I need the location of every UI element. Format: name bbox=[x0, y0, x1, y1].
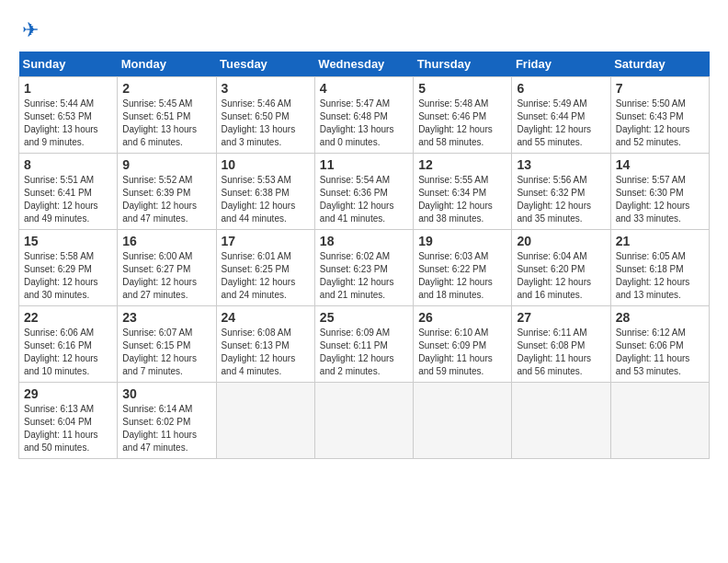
day-info: Sunrise: 6:11 AMSunset: 6:08 PMDaylight:… bbox=[517, 327, 605, 378]
calendar-cell: 2Sunrise: 5:45 AMSunset: 6:51 PMDaylight… bbox=[118, 77, 216, 154]
day-number: 18 bbox=[320, 234, 408, 248]
calendar-cell: 19Sunrise: 6:03 AMSunset: 6:22 PMDayligh… bbox=[414, 230, 512, 306]
day-info: Sunrise: 5:55 AMSunset: 6:34 PMDaylight:… bbox=[418, 174, 506, 225]
day-info: Sunrise: 5:51 AMSunset: 6:41 PMDaylight:… bbox=[24, 174, 112, 225]
day-number: 5 bbox=[418, 81, 506, 96]
day-info: Sunrise: 5:58 AMSunset: 6:29 PMDaylight:… bbox=[24, 250, 112, 302]
calendar-cell: 21Sunrise: 6:05 AMSunset: 6:18 PMDayligh… bbox=[610, 230, 709, 306]
day-info: Sunrise: 6:04 AMSunset: 6:20 PMDaylight:… bbox=[517, 250, 605, 302]
day-number: 23 bbox=[122, 310, 210, 325]
header-tuesday: Tuesday bbox=[216, 52, 314, 77]
day-number: 21 bbox=[616, 234, 704, 248]
calendar-cell: 23Sunrise: 6:07 AMSunset: 6:15 PMDayligh… bbox=[118, 306, 216, 383]
day-number: 2 bbox=[122, 81, 210, 96]
day-number: 4 bbox=[320, 81, 408, 96]
calendar-cell bbox=[512, 383, 610, 459]
day-info: Sunrise: 6:05 AMSunset: 6:18 PMDaylight:… bbox=[616, 250, 704, 302]
logo: ✈ bbox=[18, 18, 39, 42]
day-number: 30 bbox=[122, 386, 210, 401]
day-number: 12 bbox=[418, 157, 506, 172]
calendar-cell: 18Sunrise: 6:02 AMSunset: 6:23 PMDayligh… bbox=[314, 230, 413, 306]
calendar-cell: 17Sunrise: 6:01 AMSunset: 6:25 PMDayligh… bbox=[216, 230, 314, 306]
day-number: 28 bbox=[616, 310, 704, 325]
day-number: 29 bbox=[24, 386, 112, 401]
day-number: 19 bbox=[418, 234, 506, 248]
day-number: 27 bbox=[517, 310, 605, 325]
calendar-cell: 11Sunrise: 5:54 AMSunset: 6:36 PMDayligh… bbox=[314, 154, 413, 230]
calendar-cell bbox=[414, 383, 512, 459]
day-info: Sunrise: 6:12 AMSunset: 6:06 PMDaylight:… bbox=[616, 327, 704, 378]
day-number: 8 bbox=[24, 157, 112, 172]
calendar-cell: 6Sunrise: 5:49 AMSunset: 6:44 PMDaylight… bbox=[512, 77, 610, 154]
calendar-cell: 25Sunrise: 6:09 AMSunset: 6:11 PMDayligh… bbox=[314, 306, 413, 383]
header-saturday: Saturday bbox=[610, 52, 709, 77]
calendar-cell: 3Sunrise: 5:46 AMSunset: 6:50 PMDaylight… bbox=[216, 77, 314, 154]
day-number: 6 bbox=[517, 81, 605, 96]
header-wednesday: Wednesday bbox=[314, 52, 413, 77]
day-info: Sunrise: 5:50 AMSunset: 6:43 PMDaylight:… bbox=[616, 98, 704, 149]
day-info: Sunrise: 5:56 AMSunset: 6:32 PMDaylight:… bbox=[517, 174, 605, 225]
day-info: Sunrise: 5:49 AMSunset: 6:44 PMDaylight:… bbox=[517, 98, 605, 149]
day-info: Sunrise: 6:09 AMSunset: 6:11 PMDaylight:… bbox=[320, 327, 408, 378]
day-info: Sunrise: 5:47 AMSunset: 6:48 PMDaylight:… bbox=[320, 98, 408, 149]
calendar-cell: 1Sunrise: 5:44 AMSunset: 6:53 PMDaylight… bbox=[19, 77, 118, 154]
day-number: 7 bbox=[616, 81, 704, 96]
day-info: Sunrise: 5:45 AMSunset: 6:51 PMDaylight:… bbox=[122, 98, 210, 149]
weekday-header-row: Sunday Monday Tuesday Wednesday Thursday… bbox=[19, 52, 710, 77]
calendar-cell: 27Sunrise: 6:11 AMSunset: 6:08 PMDayligh… bbox=[512, 306, 610, 383]
calendar-cell: 4Sunrise: 5:47 AMSunset: 6:48 PMDaylight… bbox=[314, 77, 413, 154]
day-info: Sunrise: 5:48 AMSunset: 6:46 PMDaylight:… bbox=[418, 98, 506, 149]
day-number: 14 bbox=[616, 157, 704, 172]
calendar-cell bbox=[610, 383, 709, 459]
calendar-row: 29Sunrise: 6:13 AMSunset: 6:04 PMDayligh… bbox=[19, 383, 710, 459]
day-number: 1 bbox=[24, 81, 112, 96]
day-number: 24 bbox=[222, 310, 310, 325]
calendar-cell: 10Sunrise: 5:53 AMSunset: 6:38 PMDayligh… bbox=[216, 154, 314, 230]
calendar-row: 8Sunrise: 5:51 AMSunset: 6:41 PMDaylight… bbox=[19, 154, 710, 230]
header-monday: Monday bbox=[118, 52, 216, 77]
day-info: Sunrise: 5:54 AMSunset: 6:36 PMDaylight:… bbox=[320, 174, 408, 225]
calendar-cell bbox=[314, 383, 413, 459]
day-info: Sunrise: 5:57 AMSunset: 6:30 PMDaylight:… bbox=[616, 174, 704, 225]
calendar-cell: 7Sunrise: 5:50 AMSunset: 6:43 PMDaylight… bbox=[610, 77, 709, 154]
day-number: 9 bbox=[122, 157, 210, 172]
day-number: 25 bbox=[320, 310, 408, 325]
day-number: 20 bbox=[517, 234, 605, 248]
calendar-cell: 13Sunrise: 5:56 AMSunset: 6:32 PMDayligh… bbox=[512, 154, 610, 230]
day-info: Sunrise: 6:06 AMSunset: 6:16 PMDaylight:… bbox=[24, 327, 112, 378]
day-number: 17 bbox=[222, 234, 310, 248]
header-sunday: Sunday bbox=[19, 52, 118, 77]
day-info: Sunrise: 5:53 AMSunset: 6:38 PMDaylight:… bbox=[222, 174, 310, 225]
calendar-row: 22Sunrise: 6:06 AMSunset: 6:16 PMDayligh… bbox=[19, 306, 710, 383]
day-info: Sunrise: 6:10 AMSunset: 6:09 PMDaylight:… bbox=[418, 327, 506, 378]
calendar-cell: 15Sunrise: 5:58 AMSunset: 6:29 PMDayligh… bbox=[19, 230, 118, 306]
calendar-row: 1Sunrise: 5:44 AMSunset: 6:53 PMDaylight… bbox=[19, 77, 710, 154]
day-info: Sunrise: 5:46 AMSunset: 6:50 PMDaylight:… bbox=[222, 98, 310, 149]
header: ✈ bbox=[18, 18, 710, 42]
day-info: Sunrise: 6:03 AMSunset: 6:22 PMDaylight:… bbox=[418, 250, 506, 302]
day-number: 13 bbox=[517, 157, 605, 172]
header-friday: Friday bbox=[512, 52, 610, 77]
calendar-cell: 30Sunrise: 6:14 AMSunset: 6:02 PMDayligh… bbox=[118, 383, 216, 459]
day-number: 11 bbox=[320, 157, 408, 172]
calendar-cell: 16Sunrise: 6:00 AMSunset: 6:27 PMDayligh… bbox=[118, 230, 216, 306]
calendar-cell: 12Sunrise: 5:55 AMSunset: 6:34 PMDayligh… bbox=[414, 154, 512, 230]
day-info: Sunrise: 6:00 AMSunset: 6:27 PMDaylight:… bbox=[122, 250, 210, 302]
calendar-cell: 24Sunrise: 6:08 AMSunset: 6:13 PMDayligh… bbox=[216, 306, 314, 383]
day-info: Sunrise: 6:08 AMSunset: 6:13 PMDaylight:… bbox=[222, 327, 310, 378]
calendar-cell: 14Sunrise: 5:57 AMSunset: 6:30 PMDayligh… bbox=[610, 154, 709, 230]
calendar-table: Sunday Monday Tuesday Wednesday Thursday… bbox=[18, 52, 710, 459]
day-number: 3 bbox=[222, 81, 310, 96]
day-number: 10 bbox=[222, 157, 310, 172]
calendar-cell: 8Sunrise: 5:51 AMSunset: 6:41 PMDaylight… bbox=[19, 154, 118, 230]
calendar-cell: 26Sunrise: 6:10 AMSunset: 6:09 PMDayligh… bbox=[414, 306, 512, 383]
day-info: Sunrise: 5:44 AMSunset: 6:53 PMDaylight:… bbox=[24, 98, 112, 149]
day-number: 16 bbox=[122, 234, 210, 248]
day-info: Sunrise: 6:13 AMSunset: 6:04 PMDaylight:… bbox=[24, 403, 112, 454]
day-info: Sunrise: 6:01 AMSunset: 6:25 PMDaylight:… bbox=[222, 250, 310, 302]
calendar-cell: 28Sunrise: 6:12 AMSunset: 6:06 PMDayligh… bbox=[610, 306, 709, 383]
calendar-cell: 20Sunrise: 6:04 AMSunset: 6:20 PMDayligh… bbox=[512, 230, 610, 306]
logo-icon: ✈ bbox=[22, 18, 39, 42]
calendar-row: 15Sunrise: 5:58 AMSunset: 6:29 PMDayligh… bbox=[19, 230, 710, 306]
header-thursday: Thursday bbox=[414, 52, 512, 77]
